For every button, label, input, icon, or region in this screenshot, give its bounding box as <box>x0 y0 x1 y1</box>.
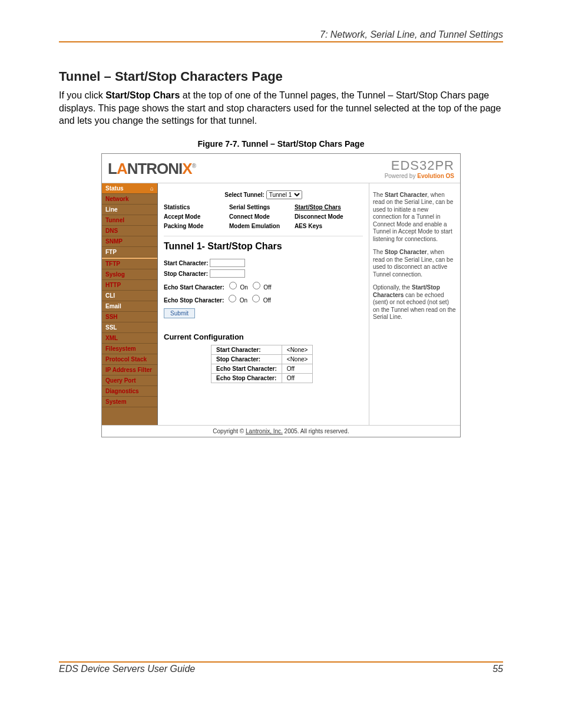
sidebar-item-ssl[interactable]: SSL <box>102 322 157 333</box>
section-heading: Tunnel – Start/Stop Characters Page <box>59 69 503 84</box>
figure-caption: Figure 7-7. Tunnel – Start/Stop Chars Pa… <box>59 139 503 149</box>
echo-stop-row: Echo Stop Character: On Off <box>164 293 363 304</box>
page-number: 55 <box>492 664 503 674</box>
subnav: Statistics Serial Settings Start/Stop Ch… <box>164 202 363 236</box>
intro-paragraph: If you click Start/Stop Chars at the top… <box>59 89 503 127</box>
config-table: Start Character:<None> Stop Character:<N… <box>211 345 313 383</box>
sidebar-item-snmp[interactable]: SNMP <box>102 236 157 247</box>
sidebar-item-http[interactable]: HTTP <box>102 280 157 291</box>
echo-stop-off-radio[interactable] <box>252 295 260 302</box>
sidebar-item-ssh[interactable]: SSH <box>102 312 157 322</box>
sidebar-item-status[interactable]: Status ⌂ <box>102 183 157 194</box>
lantronix-link[interactable]: Lantronix, Inc. <box>246 428 283 434</box>
lantronix-logo: LANTRONIX® <box>108 160 196 178</box>
app-footer: Copyright © Lantronix, Inc. 2005. All ri… <box>102 425 460 437</box>
home-icon: ⌂ <box>150 185 154 192</box>
subnav-connect-mode[interactable]: Connect Mode <box>229 212 293 222</box>
subnav-modem-emulation[interactable]: Modem Emulation <box>229 222 293 231</box>
sidebar-spacer <box>102 407 157 418</box>
sidebar-item-line[interactable]: Line <box>102 205 157 215</box>
help-panel: The Start Character, when read on the Se… <box>369 183 460 425</box>
start-char-input[interactable] <box>210 259 245 267</box>
subnav-start-stop[interactable]: Start/Stop Chars <box>295 203 358 212</box>
sidebar-item-ip-filter[interactable]: IP Address Filter <box>102 365 157 375</box>
echo-start-on-radio[interactable] <box>229 282 237 289</box>
echo-start-off-radio[interactable] <box>253 282 260 289</box>
sidebar-item-system[interactable]: System <box>102 397 157 407</box>
sidebar-item-xml[interactable]: XML <box>102 333 157 344</box>
table-row: Start Character:<None> <box>211 345 313 354</box>
sidebar: Status ⌂ Network Line Tunnel DNS SNMP FT… <box>102 183 158 425</box>
sidebar-item-email[interactable]: Email <box>102 301 157 312</box>
header-section-text: 7: Network, Serial Line, and Tunnel Sett… <box>320 29 503 40</box>
subnav-serial-settings[interactable]: Serial Settings <box>229 203 293 212</box>
submit-button[interactable]: Submit <box>164 308 195 318</box>
inner-page-title: Tunnel 1- Start/Stop Chars <box>164 241 363 252</box>
sidebar-item-query-port[interactable]: Query Port <box>102 375 157 386</box>
current-config-heading: Current Configuration <box>164 332 363 341</box>
subnav-accept-mode[interactable]: Accept Mode <box>164 212 227 222</box>
sidebar-item-cli[interactable]: CLI <box>102 291 157 301</box>
subnav-statistics[interactable]: Statistics <box>164 203 227 212</box>
header-rule <box>59 41 503 42</box>
stop-char-row: Stop Character: <box>164 269 363 278</box>
echo-stop-on-radio[interactable] <box>229 295 236 302</box>
sidebar-item-network[interactable]: Network <box>102 194 157 205</box>
start-char-label: Start Character: <box>164 259 209 266</box>
sidebar-item-ftp[interactable]: FTP <box>102 247 157 258</box>
sidebar-item-tftp[interactable]: TFTP <box>102 259 157 269</box>
main-panel: Select Tunnel: Tunnel 1 Statistics Seria… <box>158 183 369 425</box>
page-footer: EDS Device Servers User Guide 55 <box>59 661 503 674</box>
subnav-aes-keys[interactable]: AES Keys <box>295 222 358 231</box>
sidebar-item-filesystem[interactable]: Filesystem <box>102 344 157 354</box>
sidebar-item-diagnostics[interactable]: Diagnostics <box>102 386 157 397</box>
table-row: Echo Start Character:Off <box>211 364 313 373</box>
table-row: Stop Character:<None> <box>211 354 313 364</box>
tunnel-select-dropdown[interactable]: Tunnel 1 <box>266 190 302 199</box>
sidebar-item-dns[interactable]: DNS <box>102 226 157 236</box>
stop-char-label: Stop Character: <box>164 270 208 276</box>
sidebar-item-syslog[interactable]: Syslog <box>102 269 157 280</box>
subnav-packing-mode[interactable]: Packing Mode <box>164 222 227 231</box>
product-logo: EDS32PR Powered by Evolution OS <box>385 159 454 179</box>
select-tunnel-label: Select Tunnel: <box>224 192 265 198</box>
footer-title: EDS Device Servers User Guide <box>59 664 195 674</box>
start-char-row: Start Character: <box>164 259 363 267</box>
app-header: LANTRONIX® EDS32PR Powered by Evolution … <box>102 154 460 183</box>
sidebar-item-tunnel[interactable]: Tunnel <box>102 215 157 226</box>
subnav-disconnect-mode[interactable]: Disconnect Mode <box>295 212 358 222</box>
echo-start-row: Echo Start Character: On Off <box>164 280 363 291</box>
sidebar-item-protocol-stack[interactable]: Protocol Stack <box>102 354 157 365</box>
tunnel-select-row: Select Tunnel: Tunnel 1 <box>164 187 363 202</box>
stop-char-input[interactable] <box>210 269 245 278</box>
table-row: Echo Stop Character:Off <box>211 373 313 383</box>
app-frame: LANTRONIX® EDS32PR Powered by Evolution … <box>101 153 461 437</box>
